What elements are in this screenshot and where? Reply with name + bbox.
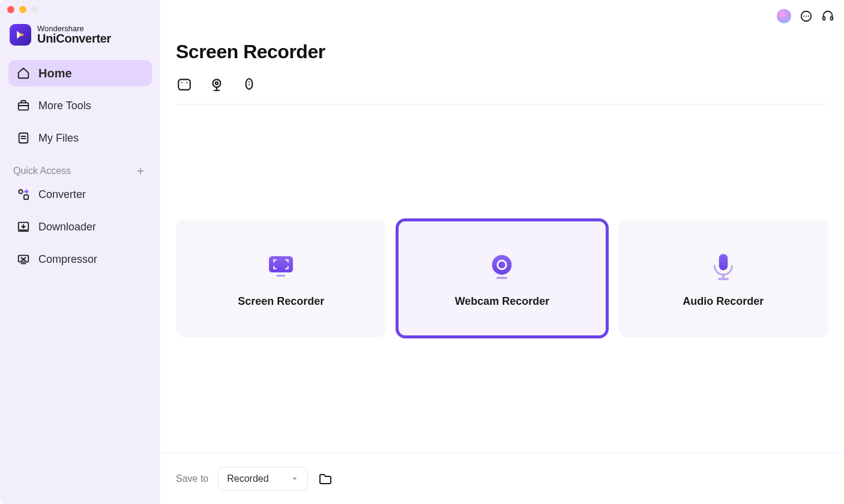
- add-quick-access-button[interactable]: [134, 164, 147, 178]
- svg-point-2: [19, 190, 22, 193]
- brand-text: Wondershare UniConverter: [37, 25, 111, 46]
- sidebar-item-label: Downloader: [38, 221, 96, 233]
- card-audio-recorder[interactable]: Audio Recorder: [618, 220, 828, 337]
- quick-access-label: Quick Access: [13, 166, 71, 176]
- window-controls: [0, 0, 160, 13]
- svg-rect-26: [722, 274, 725, 277]
- brand-line2: UniConverter: [37, 32, 111, 45]
- svg-rect-24: [496, 277, 507, 279]
- svg-point-16: [216, 82, 218, 85]
- support-icon[interactable]: [821, 10, 834, 23]
- sidebar-item-label: My Files: [38, 132, 79, 145]
- svg-point-18: [249, 82, 250, 83]
- downloader-icon: [17, 220, 30, 233]
- mode-screen-icon[interactable]: [176, 76, 193, 93]
- svg-point-8: [806, 16, 807, 17]
- save-to-label: Save to: [176, 473, 208, 484]
- svg-point-9: [808, 16, 809, 17]
- quick-access-nav: Converter Downloader Compressor: [0, 181, 160, 272]
- brand: Wondershare UniConverter: [0, 13, 160, 60]
- svg-rect-10: [823, 17, 825, 20]
- svg-point-17: [246, 79, 253, 89]
- svg-rect-11: [831, 17, 833, 20]
- sidebar-item-my-files[interactable]: My Files: [8, 125, 152, 151]
- message-icon[interactable]: [800, 10, 813, 23]
- maximize-window-button[interactable]: [31, 6, 38, 13]
- svg-rect-27: [718, 278, 729, 280]
- svg-point-14: [186, 82, 187, 83]
- chevron-down-icon: [291, 475, 299, 483]
- topbar: [160, 0, 844, 26]
- save-location-dropdown[interactable]: Recorded: [218, 467, 308, 491]
- sidebar-item-label: Compressor: [38, 253, 97, 266]
- webcam-recorder-icon: [484, 250, 519, 284]
- svg-point-19: [249, 84, 250, 85]
- svg-rect-25: [719, 254, 728, 270]
- svg-rect-21: [277, 274, 286, 277]
- card-webcam-recorder[interactable]: Webcam Recorder: [397, 220, 607, 337]
- close-window-button[interactable]: [7, 6, 14, 13]
- sidebar-item-more-tools[interactable]: More Tools: [8, 92, 152, 119]
- briefcase-icon: [17, 99, 30, 112]
- home-icon: [17, 67, 30, 80]
- mode-audio-icon[interactable]: [241, 76, 258, 93]
- svg-point-7: [803, 16, 804, 17]
- svg-point-15: [213, 79, 221, 87]
- main-area: Screen Recorder: [160, 0, 844, 504]
- user-avatar[interactable]: [777, 9, 791, 23]
- open-folder-button[interactable]: [318, 471, 333, 487]
- converter-icon: [17, 188, 30, 201]
- svg-rect-12: [178, 79, 190, 89]
- cards-wrap: Screen Recorder Webcam Recorder: [176, 104, 828, 452]
- svg-rect-0: [19, 103, 29, 110]
- svg-rect-20: [269, 256, 293, 272]
- sidebar: Wondershare UniConverter Home More Tools: [0, 0, 160, 504]
- card-label: Screen Recorder: [238, 295, 324, 308]
- app-logo-icon: [10, 24, 31, 46]
- svg-point-13: [181, 82, 182, 83]
- card-label: Audio Recorder: [683, 295, 764, 308]
- sidebar-item-home[interactable]: Home: [8, 60, 152, 86]
- brand-line1: Wondershare: [37, 25, 111, 33]
- page-title: Screen Recorder: [176, 41, 828, 63]
- screen-recorder-icon: [264, 250, 298, 284]
- mode-row: [176, 76, 828, 104]
- sidebar-item-compressor[interactable]: Compressor: [8, 246, 152, 272]
- card-label: Webcam Recorder: [455, 295, 550, 308]
- sidebar-item-label: Home: [38, 67, 72, 80]
- svg-rect-3: [24, 195, 28, 199]
- minimize-window-button[interactable]: [19, 6, 26, 13]
- sidebar-item-downloader[interactable]: Downloader: [8, 214, 152, 240]
- app-root: Wondershare UniConverter Home More Tools: [0, 0, 844, 504]
- quick-access-header: Quick Access: [0, 151, 160, 181]
- sidebar-item-label: Converter: [38, 188, 86, 201]
- mode-webcam-icon[interactable]: [208, 76, 225, 93]
- svg-point-22: [492, 255, 512, 275]
- audio-recorder-icon: [706, 250, 741, 284]
- files-icon: [17, 131, 30, 145]
- dropdown-value: Recorded: [227, 473, 268, 484]
- primary-nav: Home More Tools My Files: [0, 60, 160, 151]
- compressor-icon: [17, 253, 30, 266]
- content: Screen Recorder: [160, 26, 844, 452]
- sidebar-item-label: More Tools: [38, 100, 91, 112]
- bottom-bar: Save to Recorded: [160, 452, 844, 504]
- card-screen-recorder[interactable]: Screen Recorder: [176, 220, 386, 337]
- recorder-cards: Screen Recorder Webcam Recorder: [176, 220, 828, 337]
- sidebar-item-converter[interactable]: Converter: [8, 181, 152, 208]
